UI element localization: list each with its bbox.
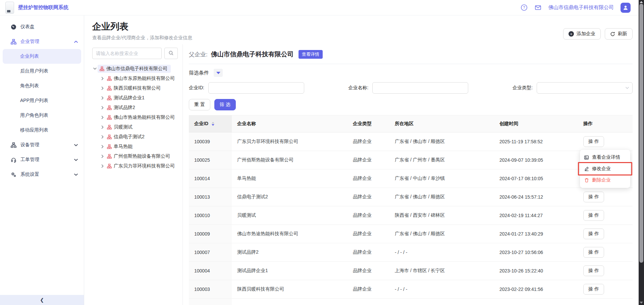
row-action-button[interactable]: 操 作 xyxy=(583,265,604,276)
menu-item-edit-company[interactable]: 修改企业 xyxy=(580,163,630,174)
tree-item-tag[interactable]: 信鼎电子测试2 xyxy=(105,133,148,141)
search-button[interactable] xyxy=(164,48,178,59)
tree-root-tag[interactable]: 佛山市信鼎电子科技有限公司 xyxy=(98,65,171,73)
filter-company-type-value[interactable] xyxy=(537,82,633,94)
sidebar-subitem-4[interactable]: 用户角色列表 xyxy=(3,108,81,123)
sidebar-item-workorder-management[interactable]: 工单管理 xyxy=(0,152,84,167)
scrollbar-down-arrow[interactable] xyxy=(640,302,643,304)
filter-company-name-input[interactable] xyxy=(372,82,468,94)
tree-item-tag[interactable]: 广州佰斯热能设备有限公司 xyxy=(105,152,173,160)
tree-item-tag[interactable]: 单马热能 xyxy=(105,143,136,151)
tree-item[interactable]: 单马热能 xyxy=(92,142,178,151)
menu-item-label: 修改企业 xyxy=(592,166,611,172)
sidebar-subitem-1[interactable]: 后台用户列表 xyxy=(3,64,81,79)
chevron-right-icon[interactable] xyxy=(100,116,105,119)
tree-item[interactable]: 佛山市热途热能科技有限公司 xyxy=(92,112,178,122)
vertical-scrollbar[interactable] xyxy=(639,0,644,305)
column-header-5: 操作 xyxy=(578,115,633,132)
mail-icon[interactable] xyxy=(534,4,542,11)
row-action-button[interactable]: 操 作 xyxy=(583,210,604,221)
chevron-right-icon[interactable] xyxy=(100,145,105,148)
filter-company-id-label: 企业ID: xyxy=(189,85,204,91)
chevron-right-icon[interactable] xyxy=(100,135,105,139)
row-action-button[interactable]: 操 作 xyxy=(583,247,604,258)
cell-company-id: 100014 xyxy=(189,169,232,188)
table-body: 100039广东贝力菲环境科技有限公司品牌企业广东省 / 佛山市 / 顺德区20… xyxy=(189,133,633,299)
view-details-button[interactable]: 查看详情 xyxy=(299,50,323,59)
filter-company-id-input[interactable] xyxy=(208,82,304,94)
sidebar-item-dashboard[interactable]: 仪表盘 xyxy=(0,19,84,34)
scrollbar-thumb[interactable] xyxy=(639,4,643,263)
chevron-right-icon[interactable] xyxy=(100,96,105,100)
refresh-button[interactable]: 刷新 xyxy=(605,28,633,40)
tree-item[interactable]: 广州佰斯热能设备有限公司 xyxy=(92,151,178,161)
tree-item[interactable]: 陕西贝暖科技有限公司 xyxy=(92,83,178,93)
tree-item[interactable]: 贝暖测试 xyxy=(92,122,178,132)
sidebar-subitem-2[interactable]: 角色列表 xyxy=(3,79,81,93)
tree-item[interactable]: 信鼎电子测试2 xyxy=(92,132,178,142)
tree-item-label: 单马热能 xyxy=(114,144,132,150)
sidebar-item-label: 仪表盘 xyxy=(20,24,35,30)
help-icon[interactable]: ? xyxy=(520,4,528,11)
chevron-right-icon[interactable] xyxy=(100,125,105,129)
add-company-label: 添加企业 xyxy=(577,31,595,37)
app-logo xyxy=(5,2,14,14)
org-icon xyxy=(107,164,112,168)
sidebar-subitem-5[interactable]: 移动应用列表 xyxy=(3,123,81,138)
current-company[interactable]: 佛山市信鼎电子科技有限公司 xyxy=(548,4,614,11)
add-company-button[interactable]: + 添加企业 xyxy=(563,28,601,40)
sidebar-collapse-button[interactable]: ❮ xyxy=(0,295,84,305)
chevron-right-icon[interactable] xyxy=(100,87,105,90)
edit-icon xyxy=(584,166,589,171)
chevron-right-icon[interactable] xyxy=(100,164,105,168)
scrollbar-up-arrow[interactable] xyxy=(640,1,643,3)
cell-region: - / - / - xyxy=(389,280,494,298)
cell-company-name: 佛山市热途热能科技有限公司 xyxy=(232,225,347,243)
sort-icon[interactable] xyxy=(212,122,214,126)
tree-item[interactable]: 测试品牌2 xyxy=(92,103,178,112)
sidebar-item-company-management[interactable]: 企业管理 xyxy=(0,34,84,49)
table-row: 100039广东贝力菲环境科技有限公司品牌企业广东省 / 佛山市 / 顺德区20… xyxy=(189,133,633,151)
tree-item[interactable]: 广东贝力菲环境科技有限公司 xyxy=(92,161,178,171)
chevron-right-icon[interactable] xyxy=(100,77,105,80)
chevron-right-icon[interactable] xyxy=(100,155,105,158)
chevron-down-icon[interactable] xyxy=(92,67,98,70)
tree-item[interactable]: 测试品牌企业1 xyxy=(92,93,178,103)
chevron-right-icon[interactable] xyxy=(100,106,105,109)
sidebar-item-system-settings[interactable]: 系统设置 xyxy=(0,167,84,182)
row-action-button[interactable]: 操 作 xyxy=(583,192,604,202)
reset-button[interactable]: 重 置 xyxy=(189,99,210,110)
row-action-button[interactable]: 操 作 xyxy=(583,284,604,295)
org-icon xyxy=(107,105,112,110)
cell-region: 广东省 / 广州市 / 番禺区 xyxy=(389,151,494,169)
filter-collapse-toggle[interactable] xyxy=(214,69,223,77)
sidebar-item-device-management[interactable]: 设备管理 xyxy=(0,138,84,152)
tree-item-label: 广州佰斯热能设备有限公司 xyxy=(114,153,170,159)
sidebar-subitem-3[interactable]: APP用户列表 xyxy=(3,93,81,108)
apply-filter-button[interactable]: 筛 选 xyxy=(214,99,236,110)
menu-item-delete-company[interactable]: 删除企业 xyxy=(580,174,630,186)
tree-item-tag[interactable]: 广东贝力菲环境科技有限公司 xyxy=(105,162,178,170)
sidebar-submenu: 企业列表后台用户列表角色列表APP用户列表用户角色列表移动应用列表 xyxy=(0,49,84,138)
tree-item-tag[interactable]: 贝暖测试 xyxy=(105,123,136,131)
org-icon xyxy=(107,125,112,130)
row-action-button[interactable]: 操 作 xyxy=(583,136,604,147)
tree-search-input[interactable] xyxy=(92,48,162,59)
user-avatar[interactable] xyxy=(621,3,631,13)
tree-item-tag[interactable]: 佛山市东原热能科技有限公司 xyxy=(105,74,178,83)
tree-item-tag[interactable]: 测试品牌企业1 xyxy=(105,94,148,102)
menu-item-view-details[interactable]: 查看企业详情 xyxy=(580,152,630,163)
tree-item[interactable]: 佛山市东原热能科技有限公司 xyxy=(92,73,178,83)
sidebar-subitem-0[interactable]: 企业列表 xyxy=(3,49,81,64)
cell-company-type: 品牌企业 xyxy=(347,188,389,206)
filter-company-type-select[interactable] xyxy=(537,82,633,94)
sidebar-subitem-label: 用户角色列表 xyxy=(20,112,48,118)
tree-item-tag[interactable]: 陕西贝暖科技有限公司 xyxy=(105,84,164,92)
row-action-button[interactable]: 操 作 xyxy=(583,228,604,239)
tree-item-tag[interactable]: 测试品牌2 xyxy=(105,104,139,112)
column-header-0[interactable]: 企业ID xyxy=(189,115,232,132)
org-icon xyxy=(107,86,112,91)
org-icon xyxy=(107,76,112,81)
tree-item-tag[interactable]: 佛山市热途热能科技有限公司 xyxy=(105,113,178,121)
tree-root-item[interactable]: 佛山市信鼎电子科技有限公司 xyxy=(92,64,178,73)
